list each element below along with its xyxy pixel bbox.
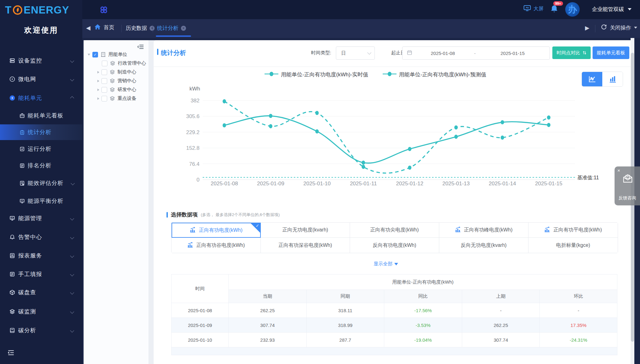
close-icon[interactable]: × <box>617 168 620 173</box>
calendar-icon <box>407 50 412 56</box>
sidebar-item-carbon-monitoring[interactable]: 碳监测 <box>0 305 82 318</box>
kanban-button-label: 能耗单元看板 <box>597 50 625 56</box>
sidebar-subitem-label: 统计分析 <box>28 128 52 136</box>
sidebar-subitem-label: 能耗单元看板 <box>28 112 63 119</box>
data-item-selected[interactable]: 正向有功电度(kWh) ✓ <box>172 223 261 238</box>
data-item[interactable]: 正向有功平电度(kWh) <box>528 223 618 238</box>
sidebar-item-carbon-inventory[interactable]: 碳盘查 <box>0 285 82 299</box>
data-table: 时间 用能单位-正向有功电度(kWh) 当期 同期 同比 上期 环比 2025-… <box>171 274 617 355</box>
time-type-label: 时间类型: <box>311 50 331 56</box>
time-type-select[interactable]: 日 <box>336 46 375 60</box>
legend-item-realtime[interactable]: 用能单位-正向有功电度(kWh)-实时值 <box>265 71 368 78</box>
cell-value: 287.7 <box>339 337 351 343</box>
kanban-icon <box>19 113 25 118</box>
sidebar-subitem-efficiency-evaluation[interactable]: 能效评估分析 <box>0 176 82 190</box>
close-operations-dropdown[interactable]: 关闭操作 <box>601 24 637 31</box>
data-item[interactable]: 反向无功电度(kvarh) <box>439 238 528 253</box>
checkbox-checked[interactable]: ✓ <box>92 52 98 57</box>
notification-bell-icon[interactable] <box>550 4 559 14</box>
org-name: 企业能管双碳 <box>592 6 624 13</box>
table-cell-date: 2025-01-08 <box>172 303 229 318</box>
data-item[interactable]: 反向有功电度(kWh) <box>350 238 439 253</box>
sidebar-item-alarm-center[interactable]: 告警中心 <box>0 230 82 244</box>
tree-node-label: 行政管理中心 <box>118 60 146 66</box>
tree-caret-icon[interactable] <box>97 71 99 73</box>
sidebar-subitem-ranking-analysis[interactable]: 排名分析 <box>0 158 82 173</box>
avatar[interactable]: 办 <box>565 2 580 17</box>
tree-caret-icon[interactable] <box>97 80 99 82</box>
tab-close-icon[interactable]: × <box>181 26 186 31</box>
legend-item-forecast[interactable]: 用能单位-正向有功电度(kWh)-预测值 <box>383 71 486 78</box>
checkbox-unchecked[interactable] <box>102 61 107 66</box>
monitor-doc-icon <box>19 146 25 152</box>
sidebar-item-manual-entry[interactable]: 手工填报 <box>0 267 82 281</box>
tree-collapse-icon[interactable] <box>137 43 144 50</box>
tab-home[interactable]: 首页 <box>94 24 114 31</box>
tree-caret-icon[interactable] <box>97 97 99 100</box>
energy-unit-board-button[interactable]: 能耗单元看板 <box>593 46 629 59</box>
tab-bar: ◀ 首页 历史数据 × 统计分析 × ▶ 关闭操作 <box>82 19 640 38</box>
table-row-clipped <box>172 347 617 355</box>
table-cell: - <box>540 303 617 318</box>
cell-value: - <box>500 308 502 313</box>
sidebar-item-carbon-analysis[interactable]: 碳分析 <box>0 323 82 337</box>
svg-text:229.2: 229.2 <box>186 129 200 135</box>
big-screen-button[interactable]: 大屏 <box>523 5 544 13</box>
sidebar-item-report-service[interactable]: 报表服务 <box>0 249 82 263</box>
tab-label: 历史数据 <box>126 24 147 32</box>
sidebar-subitem-operation-analysis[interactable]: 运行分析 <box>0 142 82 156</box>
cell-value: 318.99 <box>338 323 353 328</box>
layers-icon <box>9 309 15 314</box>
apps-grid-icon[interactable] <box>100 6 108 14</box>
tree-node-child[interactable]: 行政管理中心 <box>102 60 146 66</box>
sidebar-collapse-icon[interactable] <box>8 349 15 357</box>
date-end-value: 2025-01-15 <box>501 51 525 56</box>
sidebar-item-microgrid[interactable]: 微电网 <box>0 72 82 86</box>
time-point-compare-button[interactable]: 时间点对比 <box>552 46 591 59</box>
tab-close-icon[interactable]: × <box>150 26 155 31</box>
tree-node-child[interactable]: 制造中心 <box>97 69 136 75</box>
app-logo: T ENERGY <box>5 3 69 17</box>
data-item[interactable]: 正向无功电度(kvarh) <box>261 223 350 238</box>
sidebar-item-device-monitor[interactable]: 设备监控 <box>0 54 82 68</box>
chevron-down-icon <box>367 51 371 55</box>
table-col-header: 同期 <box>307 290 385 303</box>
sidebar-item-energy-management[interactable]: 能源管理 <box>0 211 82 225</box>
tabs-scroll-right-icon[interactable]: ▶ <box>585 24 589 31</box>
org-switcher[interactable]: 企业能管双碳 <box>592 6 632 13</box>
tree-caret-icon[interactable] <box>88 54 90 56</box>
cell-value: 307.74 <box>494 337 508 343</box>
data-item[interactable]: 正向有功谷电度(kWh) <box>172 238 261 253</box>
tree-caret-icon[interactable] <box>97 89 99 91</box>
chart-canvas: 076.4152.8229.2305.6382kWh2025-01-082025… <box>171 79 617 189</box>
sidebar-item-label: 碳分析 <box>18 327 36 334</box>
feedback-label: 反馈咨询 <box>615 195 640 201</box>
data-item[interactable]: 正向有功尖电度(kWh) <box>350 223 439 238</box>
tree-node-child[interactable]: 营销中心 <box>97 78 136 84</box>
tabs-scroll-left-icon[interactable]: ◀ <box>86 24 90 31</box>
feedback-widget[interactable]: × 反馈咨询 <box>615 166 640 205</box>
bar-chart-arrow-icon <box>187 242 194 249</box>
date-range-input[interactable]: 2025-01-08 - 2025-01-15 <box>402 46 550 60</box>
tab-statistics-active[interactable]: 统计分析 × <box>157 24 186 32</box>
sidebar-subitem-energy-balance[interactable]: 能源平衡分析 <box>0 194 82 208</box>
data-item[interactable]: 正向有功深谷电度(kWh) <box>261 238 350 253</box>
checkbox-unchecked[interactable] <box>101 69 107 75</box>
data-item-label: 正向有功电度(kWh) <box>199 227 243 234</box>
app-window: T ENERGY 欢迎使用 设备监控 微电网 能耗单元 能耗单元看板 <box>0 0 640 364</box>
tree-node-child[interactable]: 研发中心 <box>97 87 136 93</box>
cell-value: - <box>578 308 579 313</box>
sidebar-subitem-statistics[interactable]: 统计分析 <box>0 124 82 140</box>
checkbox-unchecked[interactable] <box>101 87 107 93</box>
checkbox-unchecked[interactable] <box>101 78 107 84</box>
checkbox-unchecked[interactable] <box>101 96 107 101</box>
show-all-link[interactable]: 显示全部 <box>374 261 398 267</box>
tab-history-data[interactable]: 历史数据 × <box>126 24 155 32</box>
data-item[interactable]: 正向有功峰电度(kWh) <box>439 223 528 238</box>
cell-value: 17.35% <box>571 323 587 328</box>
data-item[interactable]: 电折标量(kgce) <box>528 238 618 253</box>
sidebar-subitem-energy-unit-board[interactable]: 能耗单元看板 <box>0 108 82 123</box>
tree-node-root[interactable]: ✓ 用能单位 <box>88 52 127 57</box>
tree-node-child[interactable]: 重点设备 <box>97 95 136 101</box>
sidebar-item-energy-unit[interactable]: 能耗单元 <box>0 91 82 105</box>
